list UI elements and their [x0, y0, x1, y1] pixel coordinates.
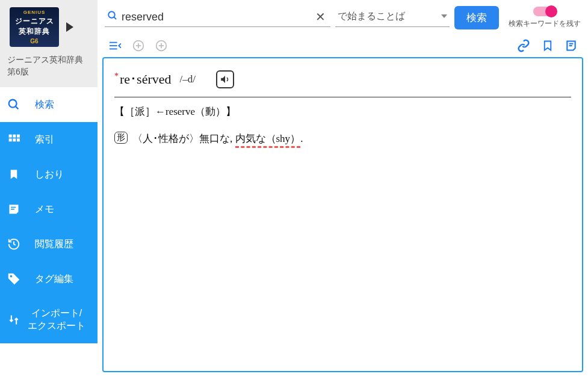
link-icon[interactable]: [517, 39, 530, 52]
sidebar-item-label: タグ編集: [35, 273, 73, 286]
pos-badge: 形: [114, 132, 128, 144]
sidebar-item-bookmark[interactable]: しおり: [0, 157, 97, 192]
definition-suffix: .: [300, 133, 303, 144]
entry-content: *re･sérved /–d/ 【［派］←reserve（動）】 形 〈人･性格…: [102, 57, 583, 372]
sidebar-item-import-export[interactable]: インポート/ エクスポート: [0, 296, 97, 343]
tag-icon: [7, 272, 20, 286]
bookmark-outline-icon[interactable]: [542, 39, 553, 52]
import-export-icon: [7, 313, 20, 326]
audio-button[interactable]: [216, 70, 234, 88]
search-button[interactable]: 検索: [454, 6, 499, 29]
sidebar-item-memo[interactable]: メモ: [0, 192, 97, 227]
sidebar-nav: 検索 索引 しおり メモ: [0, 87, 97, 377]
sidebar: GENIUS ジーニアス 英和辞典 G6 ジーニアス英和辞典 第6版 検索: [0, 0, 97, 377]
keep-keyword-toggle-wrap: 検索キーワードを残す: [509, 7, 581, 29]
plus-circle-icon[interactable]: [132, 40, 144, 52]
definition-line: 形 〈人･性格が〉無口な, 内気な（shy）.: [114, 132, 571, 146]
svg-rect-3: [13, 135, 16, 138]
svg-rect-7: [17, 139, 20, 142]
svg-point-0: [9, 100, 17, 108]
svg-point-11: [108, 11, 115, 18]
sidebar-item-label: メモ: [35, 203, 54, 216]
pronunciation: /–d/: [180, 73, 196, 85]
sidebar-item-label: インポート/ エクスポート: [23, 307, 90, 333]
search-icon: [107, 10, 118, 23]
sidebar-item-label: 検索: [35, 99, 54, 111]
note-icon: [7, 203, 20, 216]
logo-edition: G6: [30, 38, 38, 44]
headword-text: *re･sérved: [114, 72, 172, 87]
svg-rect-5: [9, 139, 12, 142]
clear-icon[interactable]: ✕: [313, 10, 328, 24]
grid-icon: [7, 133, 20, 146]
collapse-icon[interactable]: [108, 40, 122, 51]
svg-point-10: [10, 275, 13, 278]
search-bar: ✕ で始まることば 検索 検索キーワードを残す: [102, 4, 583, 34]
definition-text: 〈人･性格が〉無口な, 内気な（shy）.: [132, 132, 303, 146]
etymology: 【［派］←reserve（動）】: [114, 105, 571, 118]
sidebar-item-label: 閲覧履歴: [35, 238, 73, 251]
toggle-knob: [545, 5, 557, 17]
search-icon: [7, 98, 20, 111]
svg-rect-2: [9, 135, 12, 138]
svg-rect-9: [11, 209, 14, 210]
search-field-wrap: ✕: [105, 8, 330, 27]
sidebar-item-label: 索引: [35, 133, 54, 146]
filter-label: で始まることば: [338, 10, 405, 23]
logo-genius-text: GENIUS: [23, 10, 46, 15]
sidebar-item-index[interactable]: 索引: [0, 122, 97, 157]
definition-prefix: 〈人･性格が〉無口な,: [132, 133, 235, 144]
dictionary-title: ジーニアス英和辞典 第6版: [5, 52, 93, 82]
definition-underlined[interactable]: 内気な（shy）: [235, 133, 301, 144]
play-icon[interactable]: [66, 22, 73, 32]
dictionary-header: GENIUS ジーニアス 英和辞典 G6 ジーニアス英和辞典 第6版: [0, 0, 97, 87]
plus-circle-icon-2[interactable]: [155, 40, 167, 52]
svg-rect-4: [17, 135, 20, 138]
sidebar-item-search[interactable]: 検索: [0, 87, 97, 122]
svg-line-12: [114, 17, 116, 19]
search-input[interactable]: [122, 11, 309, 23]
logo-line1: ジーニアス: [15, 16, 54, 26]
sidebar-item-tags[interactable]: タグ編集: [0, 262, 97, 296]
logo-line2: 英和辞典: [19, 26, 50, 37]
svg-line-1: [16, 106, 19, 109]
speaker-icon: [220, 74, 231, 85]
dictionary-logo: GENIUS ジーニアス 英和辞典 G6: [10, 7, 59, 47]
history-icon: [7, 238, 20, 251]
headword: re･sérved: [120, 72, 172, 87]
svg-rect-6: [13, 139, 16, 142]
bookmark-icon: [7, 168, 20, 181]
svg-rect-8: [11, 207, 16, 208]
headword-line: *re･sérved /–d/: [114, 67, 571, 97]
filter-dropdown[interactable]: で始まることば: [335, 9, 450, 27]
toggle-label: 検索キーワードを残す: [509, 19, 581, 29]
main-panel: ✕ で始まることば 検索 検索キーワードを残す: [97, 0, 588, 377]
sidebar-item-label: しおり: [35, 168, 64, 181]
sidebar-item-history[interactable]: 閲覧履歴: [0, 227, 97, 262]
chevron-down-icon: [441, 14, 447, 18]
note-outline-icon[interactable]: [565, 39, 577, 52]
content-toolbar: [102, 34, 583, 57]
frequency-asterisk: *: [114, 72, 119, 81]
keep-keyword-toggle[interactable]: [533, 7, 556, 16]
